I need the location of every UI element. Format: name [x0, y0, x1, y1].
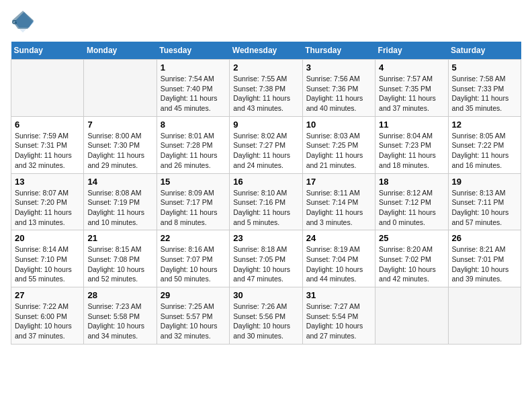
day-number: 30: [233, 290, 298, 300]
day-info: Sunrise: 8:08 AM Sunset: 7:19 PM Dayligh…: [87, 188, 152, 228]
day-cell: 6Sunrise: 7:59 AM Sunset: 7:31 PM Daylig…: [11, 116, 84, 173]
day-info: Sunrise: 7:55 AM Sunset: 7:38 PM Dayligh…: [233, 74, 298, 113]
logo: G: [11, 11, 39, 35]
day-number: 21: [87, 233, 152, 243]
day-cell: 3Sunrise: 7:56 AM Sunset: 7:36 PM Daylig…: [302, 60, 375, 117]
day-info: Sunrise: 7:27 AM Sunset: 5:54 PM Dayligh…: [306, 302, 371, 341]
day-number: 13: [15, 177, 80, 187]
day-cell: 4Sunrise: 7:57 AM Sunset: 7:35 PM Daylig…: [375, 60, 448, 117]
day-number: 22: [161, 233, 226, 243]
day-info: Sunrise: 8:02 AM Sunset: 7:27 PM Dayligh…: [233, 131, 298, 171]
day-info: Sunrise: 8:13 AM Sunset: 7:11 PM Dayligh…: [452, 188, 517, 228]
day-cell: 7Sunrise: 8:00 AM Sunset: 7:30 PM Daylig…: [84, 116, 157, 173]
day-info: Sunrise: 7:57 AM Sunset: 7:35 PM Dayligh…: [379, 74, 444, 113]
day-cell: [84, 60, 157, 117]
day-cell: 1Sunrise: 7:54 AM Sunset: 7:40 PM Daylig…: [157, 60, 229, 117]
day-info: Sunrise: 8:14 AM Sunset: 7:10 PM Dayligh…: [15, 244, 80, 284]
day-info: Sunrise: 7:25 AM Sunset: 5:57 PM Dayligh…: [161, 302, 226, 341]
day-number: 25: [379, 233, 444, 243]
day-number: 15: [161, 177, 226, 187]
day-cell: 30Sunrise: 7:26 AM Sunset: 5:56 PM Dayli…: [230, 287, 302, 345]
column-header-tuesday: Tuesday: [157, 42, 229, 60]
day-cell: 9Sunrise: 8:02 AM Sunset: 7:27 PM Daylig…: [230, 116, 302, 173]
day-cell: 15Sunrise: 8:09 AM Sunset: 7:17 PM Dayli…: [157, 173, 229, 230]
day-cell: 10Sunrise: 8:03 AM Sunset: 7:25 PM Dayli…: [302, 116, 375, 173]
day-info: Sunrise: 8:12 AM Sunset: 7:12 PM Dayligh…: [379, 188, 444, 228]
day-number: 11: [379, 120, 444, 130]
day-info: Sunrise: 7:23 AM Sunset: 5:58 PM Dayligh…: [87, 302, 152, 341]
day-number: 9: [233, 120, 298, 130]
day-cell: 23Sunrise: 8:18 AM Sunset: 7:05 PM Dayli…: [230, 230, 302, 287]
day-number: 8: [161, 120, 226, 130]
day-cell: 27Sunrise: 7:22 AM Sunset: 6:00 PM Dayli…: [11, 287, 84, 345]
column-header-sunday: Sunday: [11, 42, 84, 60]
column-header-wednesday: Wednesday: [230, 42, 302, 60]
day-info: Sunrise: 8:21 AM Sunset: 7:01 PM Dayligh…: [452, 244, 517, 284]
day-info: Sunrise: 8:11 AM Sunset: 7:14 PM Dayligh…: [306, 188, 371, 228]
column-header-friday: Friday: [375, 42, 448, 60]
day-info: Sunrise: 7:59 AM Sunset: 7:31 PM Dayligh…: [15, 131, 80, 171]
day-info: Sunrise: 8:18 AM Sunset: 7:05 PM Dayligh…: [233, 244, 298, 284]
day-info: Sunrise: 8:19 AM Sunset: 7:04 PM Dayligh…: [306, 244, 371, 284]
day-number: 27: [15, 290, 80, 300]
day-info: Sunrise: 7:22 AM Sunset: 6:00 PM Dayligh…: [15, 302, 80, 341]
day-number: 29: [161, 290, 226, 300]
day-cell: 29Sunrise: 7:25 AM Sunset: 5:57 PM Dayli…: [157, 287, 229, 345]
day-info: Sunrise: 8:05 AM Sunset: 7:22 PM Dayligh…: [452, 131, 517, 171]
svg-text:G: G: [12, 18, 17, 26]
day-cell: 28Sunrise: 7:23 AM Sunset: 5:58 PM Dayli…: [84, 287, 157, 345]
page-header: G: [11, 11, 521, 35]
day-cell: 13Sunrise: 8:07 AM Sunset: 7:20 PM Dayli…: [11, 173, 84, 230]
day-info: Sunrise: 8:16 AM Sunset: 7:07 PM Dayligh…: [161, 244, 226, 284]
day-cell: 2Sunrise: 7:55 AM Sunset: 7:38 PM Daylig…: [230, 60, 302, 117]
day-number: 7: [87, 120, 152, 130]
day-number: 4: [379, 62, 444, 73]
day-info: Sunrise: 7:26 AM Sunset: 5:56 PM Dayligh…: [233, 302, 298, 341]
day-cell: 17Sunrise: 8:11 AM Sunset: 7:14 PM Dayli…: [302, 173, 375, 230]
day-number: 2: [233, 62, 298, 73]
week-row-5: 27Sunrise: 7:22 AM Sunset: 6:00 PM Dayli…: [11, 287, 521, 345]
day-cell: 22Sunrise: 8:16 AM Sunset: 7:07 PM Dayli…: [157, 230, 229, 287]
day-number: 14: [87, 177, 152, 187]
calendar-body: 1Sunrise: 7:54 AM Sunset: 7:40 PM Daylig…: [11, 60, 521, 345]
day-cell: 20Sunrise: 8:14 AM Sunset: 7:10 PM Dayli…: [11, 230, 84, 287]
day-info: Sunrise: 8:03 AM Sunset: 7:25 PM Dayligh…: [306, 131, 371, 171]
day-number: 6: [15, 120, 80, 130]
day-number: 20: [15, 233, 80, 243]
day-info: Sunrise: 8:20 AM Sunset: 7:02 PM Dayligh…: [379, 244, 444, 284]
day-cell: 26Sunrise: 8:21 AM Sunset: 7:01 PM Dayli…: [448, 230, 521, 287]
day-info: Sunrise: 7:56 AM Sunset: 7:36 PM Dayligh…: [306, 74, 371, 113]
day-number: 17: [306, 177, 371, 187]
column-header-thursday: Thursday: [302, 42, 375, 60]
column-header-saturday: Saturday: [448, 42, 521, 60]
logo-icon: G: [11, 11, 35, 35]
day-cell: 25Sunrise: 8:20 AM Sunset: 7:02 PM Dayli…: [375, 230, 448, 287]
day-number: 16: [233, 177, 298, 187]
day-number: 10: [306, 120, 371, 130]
day-info: Sunrise: 8:04 AM Sunset: 7:23 PM Dayligh…: [379, 131, 444, 171]
day-number: 23: [233, 233, 298, 243]
day-number: 26: [452, 233, 517, 243]
day-info: Sunrise: 8:10 AM Sunset: 7:16 PM Dayligh…: [233, 188, 298, 228]
day-cell: 11Sunrise: 8:04 AM Sunset: 7:23 PM Dayli…: [375, 116, 448, 173]
calendar-table: SundayMondayTuesdayWednesdayThursdayFrid…: [11, 42, 521, 345]
day-info: Sunrise: 8:15 AM Sunset: 7:08 PM Dayligh…: [87, 244, 152, 284]
header-row: SundayMondayTuesdayWednesdayThursdayFrid…: [11, 42, 521, 60]
column-header-monday: Monday: [84, 42, 157, 60]
day-cell: 24Sunrise: 8:19 AM Sunset: 7:04 PM Dayli…: [302, 230, 375, 287]
day-cell: 14Sunrise: 8:08 AM Sunset: 7:19 PM Dayli…: [84, 173, 157, 230]
day-cell: 12Sunrise: 8:05 AM Sunset: 7:22 PM Dayli…: [448, 116, 521, 173]
day-cell: 18Sunrise: 8:12 AM Sunset: 7:12 PM Dayli…: [375, 173, 448, 230]
day-cell: 5Sunrise: 7:58 AM Sunset: 7:33 PM Daylig…: [448, 60, 521, 117]
day-cell: 21Sunrise: 8:15 AM Sunset: 7:08 PM Dayli…: [84, 230, 157, 287]
day-cell: 16Sunrise: 8:10 AM Sunset: 7:16 PM Dayli…: [230, 173, 302, 230]
day-cell: [375, 287, 448, 345]
day-number: 31: [306, 290, 371, 300]
day-number: 3: [306, 62, 371, 73]
week-row-4: 20Sunrise: 8:14 AM Sunset: 7:10 PM Dayli…: [11, 230, 521, 287]
day-cell: [448, 287, 521, 345]
day-number: 5: [452, 62, 517, 73]
day-info: Sunrise: 8:00 AM Sunset: 7:30 PM Dayligh…: [87, 131, 152, 171]
day-info: Sunrise: 8:09 AM Sunset: 7:17 PM Dayligh…: [161, 188, 226, 228]
day-number: 24: [306, 233, 371, 243]
